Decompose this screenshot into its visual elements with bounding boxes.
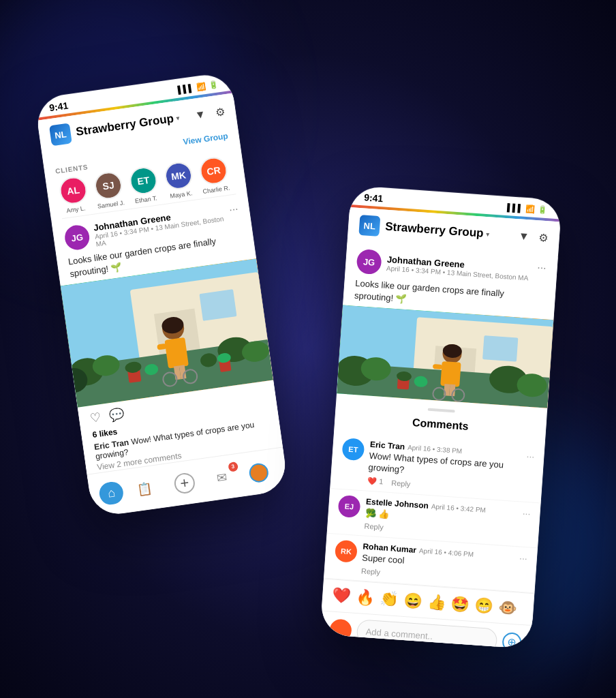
nav-notifications[interactable]: ✉ 3 [207,464,236,491]
comment-input-avatar [329,618,352,641]
reply-estelle[interactable]: Reply [364,522,384,532]
comment-content-rohan: Rohan Kumar April 16 • 4:06 PM Super coo… [361,542,514,586]
svg-rect-35 [440,361,461,387]
emoji-fire[interactable]: 🔥 [355,588,375,607]
wifi-icon-right: 📶 [525,204,536,213]
post-image-right [337,305,553,408]
client-avatar-samuel: SJ [93,170,123,201]
comment-more-eric[interactable]: ··· [526,451,535,462]
signal-icon: ▌▌▌ [177,84,194,94]
like-icon-left[interactable]: ♡ [89,410,102,426]
post-left: JG Johnathan Greene April 16 • 3:34 PM •… [52,196,283,479]
emoji-laugh[interactable]: 😄 [403,592,422,611]
client-name-ethan: Ethan T. [134,195,157,205]
group-name-left: Strawberry Group [75,112,174,139]
comment-input-box[interactable]: Add a comment.. [356,619,498,649]
post-more-icon-right[interactable]: ··· [537,261,547,274]
comment-send-button[interactable]: ⊕ [502,632,522,649]
comment-avatar-rohan: RK [335,540,358,563]
phones-container: 9:41 ▌▌▌ 📶 🔋 NL Strawberry Group ▾ ▼ [49,42,567,656]
client-maya[interactable]: MK Maya K. [161,160,196,200]
comment-content-estelle: Estelle Johnson April 16 • 3:42 PM 🥦 👍 R… [364,497,517,541]
add-icon: + [173,472,196,495]
emoji-heart[interactable]: ❤️ [331,586,351,605]
client-avatar-ethan: ET [128,165,159,196]
battery-icon-right: 🔋 [538,205,548,215]
post-avatar-right: JG [356,249,382,275]
client-name-samuel: Samuel J. [97,199,125,210]
svg-rect-27 [482,336,518,362]
emoji-grin[interactable]: 😁 [474,596,494,616]
notification-badge: 3 [228,461,238,472]
filter-icon[interactable]: ▼ [194,108,206,121]
svg-rect-3 [199,289,236,321]
comments-panel: Comments ET Eric Tran April 16 • 3:38 PM… [320,394,547,649]
battery-icon: 🔋 [208,80,219,90]
comment-username-eric: Eric Tran [369,440,405,452]
post-more-icon-left[interactable]: ··· [228,202,239,216]
post-right: JG Johnathan Greene April 16 • 3:34 PM •… [337,243,558,408]
emoji-thumbsup[interactable]: 👍 [427,593,446,612]
emoji-starstruck[interactable]: 🤩 [450,595,470,614]
client-avatar-charlie: CR [198,155,229,186]
header-actions-right: ▼ ⚙ [518,230,549,245]
reply-eric[interactable]: Reply [391,479,411,488]
status-icons-right: ▌▌▌ 📶 🔋 [507,203,548,215]
tasks-icon: 📋 [136,480,153,497]
comment-avatar-eric: ET [341,438,365,461]
wifi-icon: 📶 [196,82,206,92]
chevron-down-icon[interactable]: ▾ [176,114,180,122]
comment-more-estelle[interactable]: ··· [522,508,531,519]
nav-home[interactable]: ⌂ [98,481,125,506]
phone-left: 9:41 ▌▌▌ 📶 🔋 NL Strawberry Group ▾ ▼ [34,72,288,517]
nav-tasks[interactable]: 📋 [127,475,161,502]
heart-reaction-eric[interactable]: ❤️ 1 [367,476,384,487]
app-logo-right: NL [358,215,380,237]
time-right: 9:41 [364,192,384,204]
settings-icon[interactable]: ⚙ [214,105,226,119]
client-avatar-amy: AL [58,175,89,206]
home-icon: ⌂ [107,485,117,500]
comment-icon-left[interactable]: 💬 [108,407,125,424]
client-ethan[interactable]: ET Ethan T. [127,165,161,205]
header-actions-left: ▼ ⚙ [194,105,226,122]
comments-handle [428,408,455,413]
nav-profile[interactable] [239,457,278,489]
client-amy[interactable]: AL Amy L. [57,175,91,215]
group-name-row-right[interactable]: Strawberry Group ▾ [385,220,491,241]
client-samuel[interactable]: SJ Samuel J. [91,170,126,210]
app-logo: NL [49,123,72,146]
group-name-row[interactable]: Strawberry Group ▾ [75,111,181,139]
client-avatar-maya: MK [163,160,194,191]
client-name-amy: Amy L. [66,204,86,215]
post-avatar-left: JG [63,224,91,252]
notifications-icon: ✉ [216,470,228,486]
comment-avatar-estelle: EJ [337,495,360,518]
emoji-clap[interactable]: 👏 [379,590,399,609]
client-charlie[interactable]: CR Charlie R. [197,155,232,196]
chevron-down-icon-right[interactable]: ▾ [486,230,490,237]
settings-icon-right[interactable]: ⚙ [538,231,549,245]
comment-content-eric: Eric Tran April 16 • 3:38 PM Wow! What t… [367,440,521,496]
group-name-right: Strawberry Group [385,220,484,241]
comment-placeholder: Add a comment.. [365,627,433,642]
filter-icon-right[interactable]: ▼ [518,230,529,243]
post-user-info-right: Johnathan Greene April 16 • 3:34 PM • 13… [386,254,529,282]
client-name-charlie: Charlie R. [202,185,230,196]
profile-avatar [247,461,269,483]
header-right-left-section: NL Strawberry Group ▾ [358,215,490,244]
time-left: 9:41 [48,100,69,113]
nav-add[interactable]: + [164,466,204,500]
send-plus-icon: ⊕ [507,635,517,649]
svg-rect-12 [164,337,189,369]
status-icons-left: ▌▌▌ 📶 🔋 [177,80,219,94]
comment-more-rohan[interactable]: ··· [519,553,528,564]
reply-rohan[interactable]: Reply [361,566,381,576]
signal-icon-right: ▌▌▌ [507,203,523,213]
client-name-maya: Maya K. [170,189,193,200]
phone-right: 9:41 ▌▌▌ 📶 🔋 NL Strawberry Group ▾ ▼ [320,185,561,649]
emoji-monkey[interactable]: 🐵 [498,598,518,618]
